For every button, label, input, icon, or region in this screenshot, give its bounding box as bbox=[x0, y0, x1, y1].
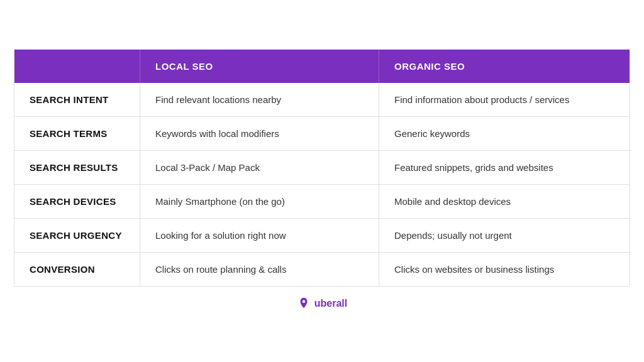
local-cell: Find relevant locations nearby bbox=[140, 83, 379, 117]
local-cell: Mainly Smartphone (on the go) bbox=[140, 185, 379, 219]
uberall-icon bbox=[297, 297, 311, 310]
organic-cell: Depends; usually not urgent bbox=[379, 219, 630, 253]
table-row: SEARCH INTENTFind relevant locations nea… bbox=[14, 83, 630, 117]
header-col-local: LOCAL SEO bbox=[140, 50, 379, 84]
local-cell: Clicks on route planning & calls bbox=[140, 253, 379, 287]
table-row: CONVERSIONClicks on route planning & cal… bbox=[14, 253, 630, 287]
footer: uberall bbox=[14, 287, 630, 313]
organic-cell: Generic keywords bbox=[379, 117, 630, 151]
row-label: SEARCH DEVICES bbox=[14, 185, 140, 219]
header-col-label bbox=[14, 50, 140, 84]
header-col-organic: ORGANIC SEO bbox=[379, 50, 630, 84]
organic-cell: Mobile and desktop devices bbox=[379, 185, 630, 219]
table-row: SEARCH DEVICESMainly Smartphone (on the … bbox=[14, 185, 630, 219]
comparison-table: LOCAL SEO ORGANIC SEO SEARCH INTENTFind … bbox=[14, 49, 630, 287]
row-label: SEARCH INTENT bbox=[14, 83, 140, 117]
svg-point-0 bbox=[302, 300, 305, 304]
local-cell: Keywords with local modifiers bbox=[140, 117, 379, 151]
row-label: SEARCH TERMS bbox=[14, 117, 140, 151]
local-cell: Looking for a solution right now bbox=[140, 219, 379, 253]
organic-cell: Clicks on websites or business listings bbox=[379, 253, 630, 287]
local-cell: Local 3-Pack / Map Pack bbox=[140, 151, 379, 185]
table-row: SEARCH RESULTSLocal 3-Pack / Map PackFea… bbox=[14, 151, 630, 185]
row-label: SEARCH URGENCY bbox=[14, 219, 140, 253]
organic-cell: Find information about products / servic… bbox=[379, 83, 630, 117]
organic-cell: Featured snippets, grids and websites bbox=[379, 151, 630, 185]
table-row: SEARCH URGENCYLooking for a solution rig… bbox=[14, 219, 630, 253]
table-header-row: LOCAL SEO ORGANIC SEO bbox=[14, 50, 630, 84]
uberall-logo: uberall bbox=[297, 297, 347, 310]
row-label: SEARCH RESULTS bbox=[14, 151, 140, 185]
table-row: SEARCH TERMSKeywords with local modifier… bbox=[14, 117, 630, 151]
page-wrapper: LOCAL SEO ORGANIC SEO SEARCH INTENTFind … bbox=[14, 49, 630, 313]
brand-label: uberall bbox=[314, 298, 347, 309]
row-label: CONVERSION bbox=[14, 253, 140, 287]
